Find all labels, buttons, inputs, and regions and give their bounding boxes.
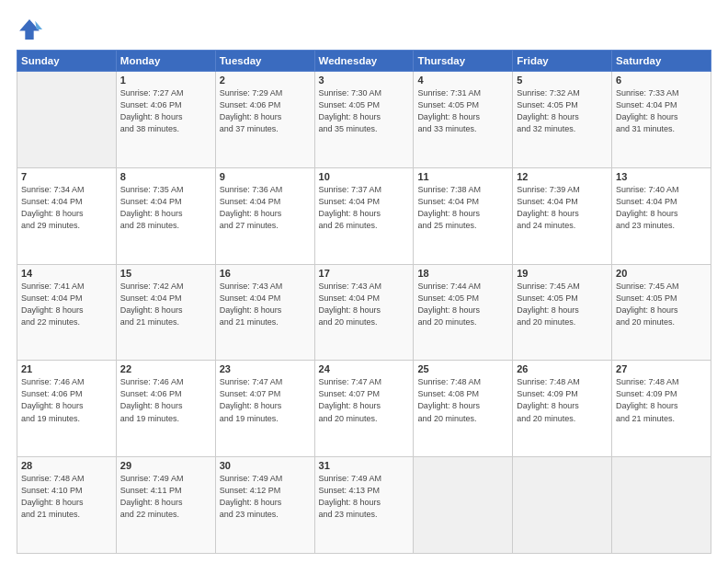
calendar-cell: 31Sunrise: 7:49 AMSunset: 4:13 PMDayligh… — [314, 457, 414, 554]
day-number: 27 — [616, 363, 707, 374]
day-number: 21 — [21, 363, 112, 374]
header-day-sunday: Sunday — [17, 51, 117, 72]
header-day-thursday: Thursday — [414, 51, 513, 72]
calendar-cell: 27Sunrise: 7:48 AMSunset: 4:09 PMDayligh… — [612, 361, 711, 457]
calendar-cell: 13Sunrise: 7:40 AMSunset: 4:04 PMDayligh… — [612, 167, 711, 264]
day-number: 28 — [21, 460, 112, 471]
day-number: 18 — [417, 268, 508, 279]
day-number: 25 — [417, 363, 508, 374]
calendar-week-2: 7Sunrise: 7:34 AMSunset: 4:04 PMDaylight… — [17, 167, 711, 264]
day-info: Sunrise: 7:42 AMSunset: 4:04 PMDaylight:… — [120, 281, 211, 328]
day-number: 1 — [120, 75, 211, 86]
calendar-cell: 21Sunrise: 7:46 AMSunset: 4:06 PMDayligh… — [17, 361, 117, 457]
calendar-cell: 16Sunrise: 7:43 AMSunset: 4:04 PMDayligh… — [215, 264, 314, 361]
day-number: 12 — [517, 171, 608, 182]
day-number: 4 — [417, 75, 508, 86]
day-number: 3 — [319, 75, 410, 86]
day-number: 24 — [319, 363, 410, 374]
day-info: Sunrise: 7:36 AMSunset: 4:04 PMDaylight:… — [220, 184, 311, 232]
day-info: Sunrise: 7:43 AMSunset: 4:04 PMDaylight:… — [319, 281, 410, 328]
day-number: 15 — [120, 268, 211, 279]
day-info: Sunrise: 7:40 AMSunset: 4:04 PMDaylight:… — [616, 184, 707, 232]
day-info: Sunrise: 7:37 AMSunset: 4:04 PMDaylight:… — [319, 184, 410, 232]
day-number: 11 — [417, 171, 508, 182]
calendar-cell: 24Sunrise: 7:47 AMSunset: 4:07 PMDayligh… — [314, 361, 414, 457]
logo-icon — [17, 17, 42, 42]
day-number: 5 — [517, 75, 608, 86]
day-number: 23 — [220, 363, 311, 374]
day-number: 8 — [120, 171, 211, 182]
day-info: Sunrise: 7:47 AMSunset: 4:07 PMDaylight:… — [220, 376, 311, 424]
calendar-cell: 9Sunrise: 7:36 AMSunset: 4:04 PMDaylight… — [215, 167, 314, 264]
calendar-cell — [17, 72, 117, 168]
calendar-week-3: 14Sunrise: 7:41 AMSunset: 4:04 PMDayligh… — [17, 264, 711, 361]
calendar-cell: 4Sunrise: 7:31 AMSunset: 4:05 PMDaylight… — [414, 72, 513, 168]
day-number: 10 — [319, 171, 410, 182]
day-info: Sunrise: 7:49 AMSunset: 4:11 PMDaylight:… — [120, 473, 211, 521]
calendar-header-row: SundayMondayTuesdayWednesdayThursdayFrid… — [17, 51, 711, 72]
day-info: Sunrise: 7:47 AMSunset: 4:07 PMDaylight:… — [319, 376, 410, 424]
calendar-cell: 23Sunrise: 7:47 AMSunset: 4:07 PMDayligh… — [215, 361, 314, 457]
day-info: Sunrise: 7:49 AMSunset: 4:13 PMDaylight:… — [319, 473, 410, 521]
day-number: 17 — [319, 268, 410, 279]
day-number: 6 — [616, 75, 707, 86]
calendar-cell — [513, 457, 612, 554]
calendar-cell: 3Sunrise: 7:30 AMSunset: 4:05 PMDaylight… — [314, 72, 414, 168]
day-info: Sunrise: 7:49 AMSunset: 4:12 PMDaylight:… — [220, 473, 311, 521]
day-info: Sunrise: 7:48 AMSunset: 4:09 PMDaylight:… — [616, 376, 707, 424]
day-info: Sunrise: 7:48 AMSunset: 4:08 PMDaylight:… — [417, 376, 508, 424]
calendar-cell: 26Sunrise: 7:48 AMSunset: 4:09 PMDayligh… — [513, 361, 612, 457]
header-day-tuesday: Tuesday — [215, 51, 314, 72]
calendar-cell: 10Sunrise: 7:37 AMSunset: 4:04 PMDayligh… — [314, 167, 414, 264]
day-info: Sunrise: 7:41 AMSunset: 4:04 PMDaylight:… — [21, 281, 112, 328]
day-info: Sunrise: 7:30 AMSunset: 4:05 PMDaylight:… — [319, 87, 410, 135]
day-info: Sunrise: 7:29 AMSunset: 4:06 PMDaylight:… — [220, 87, 311, 135]
page: SundayMondayTuesdayWednesdayThursdayFrid… — [0, 0, 728, 563]
day-info: Sunrise: 7:45 AMSunset: 4:05 PMDaylight:… — [517, 281, 608, 328]
day-number: 29 — [120, 460, 211, 471]
calendar-week-1: 1Sunrise: 7:27 AMSunset: 4:06 PMDaylight… — [17, 72, 711, 168]
day-info: Sunrise: 7:48 AMSunset: 4:09 PMDaylight:… — [517, 376, 608, 424]
calendar-cell: 29Sunrise: 7:49 AMSunset: 4:11 PMDayligh… — [116, 457, 215, 554]
calendar-cell: 22Sunrise: 7:46 AMSunset: 4:06 PMDayligh… — [116, 361, 215, 457]
day-number: 22 — [120, 363, 211, 374]
calendar-cell: 6Sunrise: 7:33 AMSunset: 4:04 PMDaylight… — [612, 72, 711, 168]
logo — [17, 17, 46, 42]
calendar-cell: 18Sunrise: 7:44 AMSunset: 4:05 PMDayligh… — [414, 264, 513, 361]
day-info: Sunrise: 7:45 AMSunset: 4:05 PMDaylight:… — [616, 281, 707, 328]
day-info: Sunrise: 7:38 AMSunset: 4:04 PMDaylight:… — [417, 184, 508, 232]
header-day-wednesday: Wednesday — [314, 51, 414, 72]
calendar-cell: 30Sunrise: 7:49 AMSunset: 4:12 PMDayligh… — [215, 457, 314, 554]
calendar-table: SundayMondayTuesdayWednesdayThursdayFrid… — [17, 50, 711, 554]
calendar-cell: 1Sunrise: 7:27 AMSunset: 4:06 PMDaylight… — [116, 72, 215, 168]
calendar-week-4: 21Sunrise: 7:46 AMSunset: 4:06 PMDayligh… — [17, 361, 711, 457]
day-info: Sunrise: 7:46 AMSunset: 4:06 PMDaylight:… — [120, 376, 211, 424]
day-info: Sunrise: 7:31 AMSunset: 4:05 PMDaylight:… — [417, 87, 508, 135]
day-number: 19 — [517, 268, 608, 279]
day-info: Sunrise: 7:35 AMSunset: 4:04 PMDaylight:… — [120, 184, 211, 232]
calendar-cell: 20Sunrise: 7:45 AMSunset: 4:05 PMDayligh… — [612, 264, 711, 361]
calendar-cell: 12Sunrise: 7:39 AMSunset: 4:04 PMDayligh… — [513, 167, 612, 264]
day-info: Sunrise: 7:39 AMSunset: 4:04 PMDaylight:… — [517, 184, 608, 232]
day-number: 13 — [616, 171, 707, 182]
calendar-week-5: 28Sunrise: 7:48 AMSunset: 4:10 PMDayligh… — [17, 457, 711, 554]
day-info: Sunrise: 7:27 AMSunset: 4:06 PMDaylight:… — [120, 87, 211, 135]
calendar-cell — [612, 457, 711, 554]
header-day-monday: Monday — [116, 51, 215, 72]
day-number: 16 — [220, 268, 311, 279]
day-info: Sunrise: 7:43 AMSunset: 4:04 PMDaylight:… — [220, 281, 311, 328]
day-number: 26 — [517, 363, 608, 374]
day-info: Sunrise: 7:44 AMSunset: 4:05 PMDaylight:… — [417, 281, 508, 328]
calendar-cell: 17Sunrise: 7:43 AMSunset: 4:04 PMDayligh… — [314, 264, 414, 361]
day-number: 2 — [220, 75, 311, 86]
calendar-cell — [414, 457, 513, 554]
day-number: 31 — [319, 460, 410, 471]
day-number: 9 — [220, 171, 311, 182]
day-info: Sunrise: 7:32 AMSunset: 4:05 PMDaylight:… — [517, 87, 608, 135]
calendar-cell: 25Sunrise: 7:48 AMSunset: 4:08 PMDayligh… — [414, 361, 513, 457]
day-info: Sunrise: 7:46 AMSunset: 4:06 PMDaylight:… — [21, 376, 112, 424]
header — [17, 17, 711, 42]
day-number: 7 — [21, 171, 112, 182]
day-info: Sunrise: 7:34 AMSunset: 4:04 PMDaylight:… — [21, 184, 112, 232]
calendar-cell: 14Sunrise: 7:41 AMSunset: 4:04 PMDayligh… — [17, 264, 117, 361]
